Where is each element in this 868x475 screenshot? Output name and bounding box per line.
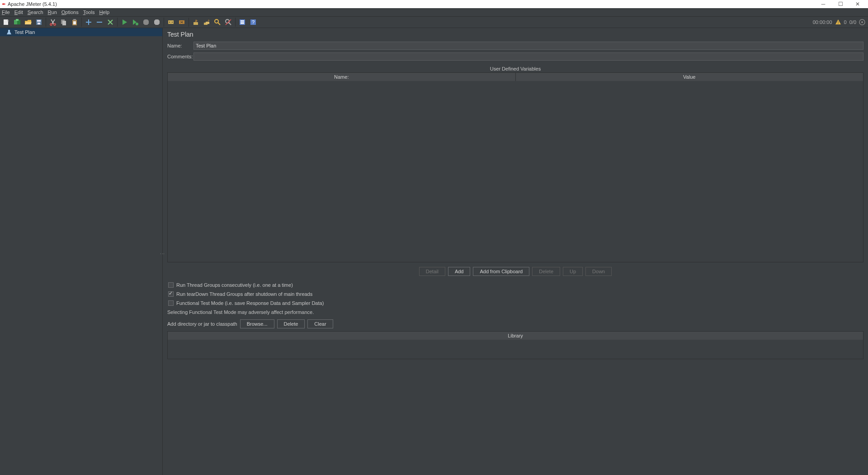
panel-title: Test Plan bbox=[167, 31, 863, 38]
warning-icon[interactable]: ! bbox=[835, 19, 841, 25]
teardown-checkbox[interactable] bbox=[168, 291, 174, 297]
delete-button[interactable]: Delete bbox=[532, 267, 560, 276]
help-icon[interactable]: ? bbox=[248, 17, 258, 27]
warning-count: 0 bbox=[844, 19, 847, 25]
svg-point-27 bbox=[226, 19, 229, 23]
run-consecutive-checkbox[interactable] bbox=[168, 282, 174, 288]
window-titlebar: ✒ Apache JMeter (5.4.1) ─ ☐ ✕ bbox=[0, 0, 868, 8]
svg-rect-5 bbox=[37, 20, 41, 22]
tree-item-test-plan[interactable]: Test Plan bbox=[0, 28, 162, 36]
add-from-clipboard-button[interactable]: Add from Clipboard bbox=[473, 267, 529, 276]
start-no-timers-icon[interactable] bbox=[130, 17, 140, 27]
comments-label: Comments: bbox=[167, 54, 193, 59]
udv-col-name[interactable]: Name: bbox=[168, 73, 516, 81]
teardown-label: Run tearDown Thread Groups after shutdow… bbox=[176, 291, 312, 297]
menu-tools[interactable]: Tools bbox=[83, 10, 95, 15]
stop-icon[interactable] bbox=[141, 17, 151, 27]
templates-icon[interactable] bbox=[12, 17, 22, 27]
clear-all-icon[interactable] bbox=[202, 17, 212, 27]
expand-icon[interactable] bbox=[84, 17, 94, 27]
flask-icon bbox=[6, 29, 12, 35]
svg-point-19 bbox=[169, 22, 170, 23]
maximize-button[interactable]: ☐ bbox=[832, 1, 849, 7]
svg-rect-18 bbox=[168, 20, 174, 24]
functional-mode-label: Functional Test Mode (i.e. save Response… bbox=[176, 300, 324, 306]
svg-text:?: ? bbox=[252, 19, 255, 25]
down-button[interactable]: Down bbox=[585, 267, 612, 276]
svg-point-38 bbox=[861, 21, 863, 23]
up-button[interactable]: Up bbox=[563, 267, 583, 276]
collapse-icon[interactable] bbox=[94, 17, 104, 27]
svg-point-17 bbox=[136, 23, 138, 25]
threads-icon bbox=[859, 19, 865, 25]
elapsed-time: 00:00:00 bbox=[813, 19, 832, 25]
jmeter-icon: ✒ bbox=[2, 1, 6, 7]
svg-line-26 bbox=[218, 23, 220, 25]
svg-point-25 bbox=[215, 19, 218, 23]
udv-table: Name: Value bbox=[167, 72, 863, 262]
menu-edit[interactable]: Edit bbox=[14, 10, 23, 15]
svg-rect-3 bbox=[16, 19, 19, 21]
new-icon[interactable] bbox=[1, 17, 11, 27]
classpath-label: Add directory or jar to classpath bbox=[167, 321, 237, 327]
window-title: Apache JMeter (5.4.1) bbox=[8, 1, 57, 7]
menu-bar: File Edit Search Run Options Tools Help bbox=[0, 8, 868, 16]
name-label: Name: bbox=[167, 43, 193, 48]
menu-options[interactable]: Options bbox=[61, 10, 79, 15]
start-icon[interactable] bbox=[119, 17, 129, 27]
save-icon[interactable] bbox=[34, 17, 44, 27]
menu-file[interactable]: File bbox=[2, 10, 10, 15]
detail-button[interactable]: Detail bbox=[419, 267, 445, 276]
svg-rect-24 bbox=[206, 22, 209, 24]
udv-title: User Defined Variables bbox=[167, 66, 863, 71]
menu-help[interactable]: Help bbox=[99, 10, 109, 15]
menu-search[interactable]: Search bbox=[28, 10, 43, 15]
toolbar: ? 00:00:00 ! 0 0/0 bbox=[0, 16, 868, 28]
splitter-handle[interactable]: ⋮ bbox=[160, 252, 165, 256]
svg-point-8 bbox=[54, 24, 56, 25]
run-consecutive-label: Run Thread Groups consecutively (i.e. on… bbox=[176, 282, 293, 288]
add-button[interactable]: Add bbox=[448, 267, 471, 276]
status-area: 00:00:00 ! 0 0/0 bbox=[813, 19, 865, 25]
library-body[interactable] bbox=[168, 340, 863, 359]
svg-rect-31 bbox=[241, 20, 244, 21]
open-icon[interactable] bbox=[23, 17, 33, 27]
svg-line-28 bbox=[229, 23, 231, 25]
menu-run[interactable]: Run bbox=[48, 10, 57, 15]
svg-point-7 bbox=[50, 24, 52, 25]
reset-search-icon[interactable] bbox=[223, 17, 233, 27]
function-helper-icon[interactable] bbox=[237, 17, 247, 27]
svg-rect-10 bbox=[62, 21, 66, 25]
copy-icon[interactable] bbox=[59, 17, 69, 27]
udv-col-value[interactable]: Value bbox=[516, 73, 863, 81]
remote-start-icon[interactable] bbox=[166, 17, 176, 27]
search-icon[interactable] bbox=[212, 17, 222, 27]
svg-point-20 bbox=[172, 22, 173, 23]
paste-icon[interactable] bbox=[70, 17, 80, 27]
svg-rect-22 bbox=[193, 22, 198, 25]
clear-icon[interactable] bbox=[191, 17, 201, 27]
minimize-button[interactable]: ─ bbox=[815, 1, 832, 7]
classpath-delete-button[interactable]: Delete bbox=[277, 319, 305, 328]
close-button[interactable]: ✕ bbox=[849, 1, 866, 7]
udv-body[interactable] bbox=[168, 81, 863, 262]
functional-mode-note: Selecting Functional Test Mode may adver… bbox=[167, 309, 863, 315]
library-header[interactable]: Library bbox=[168, 332, 863, 340]
test-plan-panel: Test Plan Name: Comments: User Defined V… bbox=[163, 28, 868, 475]
name-input[interactable] bbox=[193, 42, 863, 50]
svg-rect-12 bbox=[73, 19, 76, 20]
toggle-icon[interactable] bbox=[105, 17, 115, 27]
browse-button[interactable]: Browse... bbox=[240, 319, 274, 328]
comments-input[interactable] bbox=[193, 52, 863, 61]
svg-rect-13 bbox=[73, 21, 76, 24]
shutdown-icon[interactable] bbox=[152, 17, 162, 27]
remote-stop-icon[interactable] bbox=[177, 17, 187, 27]
cut-icon[interactable] bbox=[48, 17, 58, 27]
library-table: Library bbox=[167, 331, 863, 359]
test-plan-tree[interactable]: Test Plan ⋮ bbox=[0, 28, 163, 475]
svg-text:!: ! bbox=[837, 20, 839, 25]
svg-rect-32 bbox=[241, 22, 244, 23]
functional-mode-checkbox[interactable] bbox=[168, 300, 174, 306]
clear-button[interactable]: Clear bbox=[307, 319, 333, 328]
thread-count: 0/0 bbox=[849, 19, 856, 25]
